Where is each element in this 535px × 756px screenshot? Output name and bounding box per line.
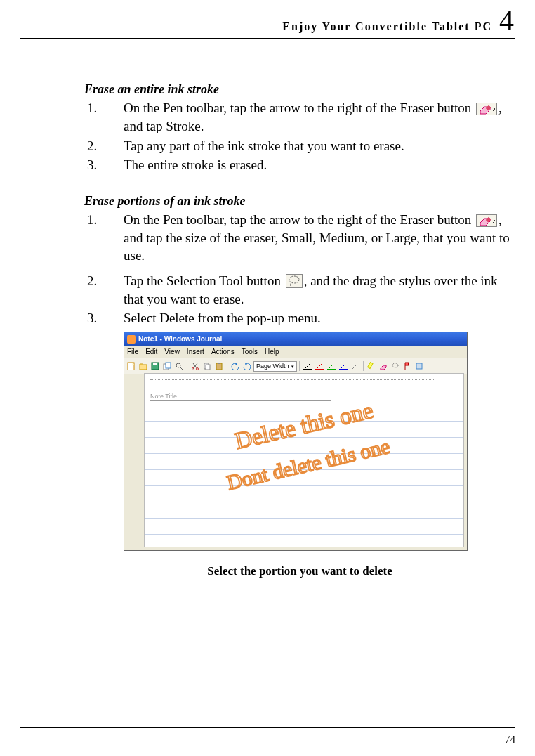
- journal-canvas[interactable]: Note Title Delete this one Dont delete t…: [144, 373, 464, 547]
- chapter-number: 4: [499, 6, 515, 35]
- pen-more-icon[interactable]: [350, 362, 361, 370]
- flag-icon[interactable]: [402, 360, 413, 372]
- svg-point-23: [392, 363, 398, 367]
- save-icon[interactable]: [150, 360, 161, 372]
- menu-edit[interactable]: Edit: [145, 347, 157, 357]
- menu-file[interactable]: File: [127, 347, 138, 357]
- pen-blue-icon[interactable]: [338, 362, 349, 370]
- step-text: Select Delete from the pop-up menu.: [124, 311, 321, 325]
- lasso-tool-icon[interactable]: [390, 360, 401, 372]
- pen-green-icon[interactable]: [326, 362, 337, 370]
- app-icon: [127, 335, 136, 344]
- svg-marker-22: [381, 365, 386, 370]
- step: The entire stroke is erased.: [110, 156, 515, 174]
- svg-rect-24: [416, 363, 422, 369]
- svg-rect-19: [216, 363, 222, 370]
- cut-icon[interactable]: [190, 360, 201, 372]
- window-title: Note1 - Windows Journal: [138, 334, 464, 344]
- step: Tap the Selection Tool button , and the …: [110, 272, 515, 308]
- step: Tap any part of the ink stroke that you …: [110, 137, 515, 155]
- eraser-tool-icon[interactable]: [378, 360, 389, 372]
- zoom-dropdown[interactable]: Page Width: [253, 361, 297, 372]
- step-text: Tap any part of the ink stroke that you …: [124, 138, 404, 153]
- redo-icon[interactable]: [242, 360, 253, 372]
- page-content: Erase an entire ink stroke On the Pen to…: [20, 39, 515, 727]
- svg-point-13: [176, 363, 180, 367]
- svg-rect-20: [218, 363, 220, 364]
- menu-tools[interactable]: Tools: [242, 347, 258, 357]
- section1-steps: On the Pen toolbar, tap the arrow to the…: [84, 99, 515, 174]
- page-header: Enjoy Your Convertible Tablet PC 4: [20, 0, 515, 39]
- menu-insert[interactable]: Insert: [187, 347, 204, 357]
- section2-steps: On the Pen toolbar, tap the arrow to the…: [84, 211, 515, 327]
- step-text-pre: On the Pen toolbar, tap the arrow to the…: [124, 212, 475, 227]
- header-title: Enjoy Your Convertible Tablet PC: [282, 19, 492, 34]
- paste-icon[interactable]: [213, 360, 225, 372]
- svg-line-14: [180, 367, 183, 370]
- note-title-label: Note Title: [150, 392, 331, 401]
- menu-actions[interactable]: Actions: [211, 347, 235, 357]
- step-text-pre: On the Pen toolbar, tap the arrow to the…: [124, 100, 475, 115]
- step-text: The entire stroke is erased.: [124, 157, 267, 172]
- menubar: File Edit View Insert Actions Tools Help: [124, 346, 467, 358]
- step: Select Delete from the pop-up menu.: [110, 309, 515, 327]
- page-number: 74: [505, 734, 515, 745]
- svg-rect-21: [367, 363, 372, 369]
- new-icon[interactable]: [126, 360, 137, 372]
- eraser-icon: [476, 214, 497, 227]
- insert-icon[interactable]: [414, 360, 425, 372]
- journal-screenshot: Note1 - Windows Journal File Edit View I…: [124, 332, 468, 551]
- section1-title: Erase an entire ink stroke: [84, 81, 515, 98]
- eraser-icon: [476, 103, 497, 115]
- copy-icon[interactable]: [161, 360, 173, 372]
- highlighter-icon[interactable]: [366, 360, 377, 372]
- toolbar: Page Width: [124, 358, 467, 374]
- pen-black-icon[interactable]: [302, 362, 313, 370]
- step: On the Pen toolbar, tap the arrow to the…: [110, 99, 515, 135]
- svg-rect-12: [166, 363, 171, 368]
- figure-caption: Select the portion you want to delete: [84, 563, 515, 580]
- page-footer: 74: [20, 727, 515, 756]
- menu-view[interactable]: View: [164, 347, 180, 357]
- step-text-pre: Tap the Selection Tool button: [124, 273, 284, 288]
- titlebar: Note1 - Windows Journal: [124, 332, 467, 346]
- copy2-icon[interactable]: [202, 360, 213, 372]
- svg-rect-18: [206, 365, 210, 370]
- step: On the Pen toolbar, tap the arrow to the…: [110, 211, 515, 265]
- search-icon[interactable]: [173, 360, 185, 372]
- undo-icon[interactable]: [230, 360, 241, 372]
- lasso-icon: [286, 274, 303, 288]
- section2-title: Erase portions of an ink stroke: [84, 193, 515, 209]
- open-icon[interactable]: [138, 360, 149, 372]
- pen-red-icon[interactable]: [314, 362, 325, 370]
- svg-rect-10: [153, 363, 157, 365]
- menu-help[interactable]: Help: [265, 347, 279, 357]
